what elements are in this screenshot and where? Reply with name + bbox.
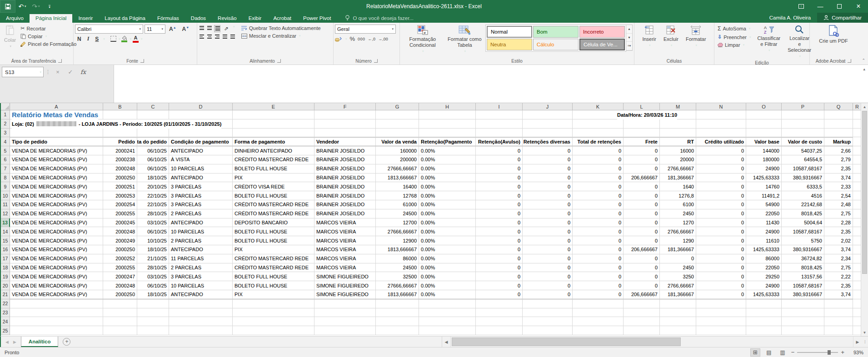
- cell-I22[interactable]: [476, 299, 523, 308]
- column-header-N[interactable]: N: [696, 103, 746, 110]
- cell-J3[interactable]: [523, 129, 573, 138]
- cell-O18[interactable]: 22050: [746, 263, 782, 273]
- cell-I10[interactable]: 0: [476, 191, 523, 200]
- cell-Q19[interactable]: 2,22: [824, 272, 853, 281]
- cell-L6[interactable]: 0: [624, 155, 660, 164]
- cell-K8[interactable]: 0: [573, 174, 624, 183]
- cell-F11[interactable]: BRAINER JOSEILDO: [314, 200, 376, 209]
- paste-button[interactable]: Colar▾: [1, 24, 19, 50]
- row-header-23[interactable]: 23: [1, 308, 10, 317]
- cell-H13[interactable]: 0.00%: [419, 218, 476, 228]
- cell-P1[interactable]: [782, 110, 824, 119]
- cancel-icon[interactable]: ×: [52, 67, 63, 77]
- cell-I2[interactable]: [476, 119, 523, 129]
- row-header-19[interactable]: 19: [1, 272, 10, 281]
- cell-L25[interactable]: [624, 326, 660, 335]
- cell-L4[interactable]: Frete: [624, 137, 660, 146]
- redo-button[interactable]: ↷▾: [29, 0, 43, 13]
- zoom-out-icon[interactable]: −: [791, 349, 795, 356]
- cell-P25[interactable]: [782, 326, 824, 335]
- cell-D24[interactable]: [169, 317, 233, 326]
- cell-E14[interactable]: BOLETO FULL HOUSE: [233, 227, 314, 236]
- cell-I1[interactable]: [476, 110, 523, 119]
- cell-G1[interactable]: [376, 110, 419, 119]
- cell-D23[interactable]: [169, 308, 233, 317]
- cell-F16[interactable]: MARCOS VIEIRA: [314, 245, 376, 254]
- scroll-up-icon[interactable]: ▲: [861, 103, 868, 110]
- cell-L11[interactable]: 0: [624, 200, 660, 209]
- ribbon-tab-exibir[interactable]: Exibir: [243, 14, 268, 23]
- cell-C14[interactable]: 06/10/25: [137, 227, 169, 236]
- cell-D13[interactable]: ANTECIPADO: [169, 218, 233, 228]
- cell-B9[interactable]: 2000251: [103, 182, 137, 191]
- cell-M8[interactable]: 181,366667: [660, 174, 696, 183]
- decrease-decimal-icon[interactable]: →,00: [378, 37, 388, 41]
- cell-G15[interactable]: 12900: [376, 236, 419, 245]
- cell-D11[interactable]: 3 PARCELAS: [169, 200, 233, 209]
- cell-C19[interactable]: 03/10/25: [137, 272, 169, 281]
- column-header-I[interactable]: I: [476, 103, 523, 110]
- cell-A10[interactable]: VENDA DE MERCADORIAS (PV): [10, 191, 103, 200]
- cell-N25[interactable]: [696, 326, 746, 335]
- collapse-formula-bar-icon[interactable]: ▴: [863, 67, 865, 71]
- column-header-L[interactable]: L: [624, 103, 660, 110]
- cell-C18[interactable]: 28/10/25: [137, 263, 169, 273]
- cell-B12[interactable]: 2000255: [103, 209, 137, 218]
- cell-G12[interactable]: 24500: [376, 209, 419, 218]
- cell-K13[interactable]: 0: [573, 218, 624, 228]
- cell-D3[interactable]: [169, 129, 233, 138]
- cell-G2[interactable]: [376, 119, 419, 129]
- cell-Q2[interactable]: [824, 119, 853, 129]
- cell-N21[interactable]: 0: [696, 290, 746, 299]
- cell-C22[interactable]: [137, 299, 169, 308]
- cell-I4[interactable]: Retenção(Avulso): [476, 137, 523, 146]
- cell-O23[interactable]: [746, 308, 782, 317]
- ribbon-tab-arquivo[interactable]: Arquivo: [0, 14, 30, 23]
- cell-I17[interactable]: 0: [476, 254, 523, 263]
- cell-O24[interactable]: [746, 317, 782, 326]
- cell-D18[interactable]: 2 PARCELAS: [169, 263, 233, 273]
- cell-N14[interactable]: 0: [696, 227, 746, 236]
- cell-F12[interactable]: BRAINER JOSEILDO: [314, 209, 376, 218]
- cell-P23[interactable]: [782, 308, 824, 317]
- cell-E17[interactable]: CRÉDITO MASTERCARD REDE: [233, 254, 314, 263]
- cell-K15[interactable]: 0: [573, 236, 624, 245]
- cell-O12[interactable]: 22050: [746, 209, 782, 218]
- cell-J18[interactable]: 0: [523, 263, 573, 273]
- cell-K2[interactable]: [573, 119, 624, 129]
- undo-button[interactable]: ↶▾: [15, 0, 29, 13]
- namebox-splitter[interactable]: ⋮: [45, 67, 50, 75]
- cell-J8[interactable]: 0: [523, 174, 573, 183]
- cell-H25[interactable]: [419, 326, 476, 335]
- cell-B17[interactable]: 2000252: [103, 254, 137, 263]
- cell-Q13[interactable]: 2,28: [824, 218, 853, 228]
- cell-P19[interactable]: 13157,56: [782, 272, 824, 281]
- cell-B24[interactable]: [103, 317, 137, 326]
- cell-P18[interactable]: 8018,425: [782, 263, 824, 273]
- cell-H11[interactable]: 0.00%: [419, 200, 476, 209]
- cell-M13[interactable]: 1270: [660, 218, 696, 228]
- cell-Q9[interactable]: 2,33: [824, 182, 853, 191]
- cell-O11[interactable]: 54900: [746, 200, 782, 209]
- cell-K24[interactable]: [573, 317, 624, 326]
- cell-O1[interactable]: [746, 110, 782, 119]
- cell-J23[interactable]: [523, 308, 573, 317]
- cell-N18[interactable]: 0: [696, 263, 746, 273]
- cell-F4[interactable]: Vendedor: [314, 137, 376, 146]
- cell-F10[interactable]: BRAINER JOSEILDO: [314, 191, 376, 200]
- cell-L10[interactable]: 0: [624, 191, 660, 200]
- cell-L17[interactable]: 0: [624, 254, 660, 263]
- cell-style-normal[interactable]: Normal: [487, 26, 532, 38]
- cell-F22[interactable]: [314, 299, 376, 308]
- cell-J19[interactable]: 0: [523, 272, 573, 281]
- cell-E22[interactable]: [233, 299, 314, 308]
- share-button[interactable]: Compartilhar: [817, 13, 868, 23]
- cell-H22[interactable]: [419, 299, 476, 308]
- cell-F17[interactable]: MARCOS VIEIRA: [314, 254, 376, 263]
- cell-Q12[interactable]: 2,75: [824, 209, 853, 218]
- row-header-24[interactable]: 24: [1, 317, 10, 326]
- cell-C20[interactable]: 06/10/25: [137, 281, 169, 290]
- cell-A23[interactable]: [10, 308, 103, 317]
- cell-Q15[interactable]: 2,02: [824, 236, 853, 245]
- cell-style-c-lula-de-ve-[interactable]: Célula de Ve...: [579, 39, 625, 50]
